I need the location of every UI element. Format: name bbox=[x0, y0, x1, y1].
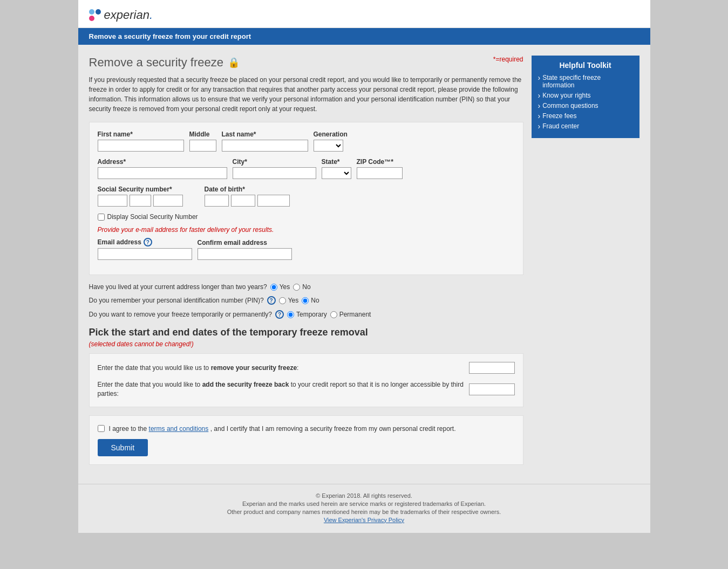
ssn-input-2[interactable] bbox=[130, 195, 151, 207]
agreement-box: I agree to the terms and conditions , an… bbox=[89, 415, 523, 465]
dob-year-input[interactable] bbox=[257, 195, 290, 207]
q2-no-group: No bbox=[302, 297, 319, 304]
q3-temp-group: Temporary bbox=[287, 311, 327, 318]
confirm-email-group: Confirm email address bbox=[198, 239, 292, 260]
generation-select[interactable]: Jr Sr II III bbox=[314, 140, 343, 152]
ssn-label: Social Security number* bbox=[98, 186, 183, 193]
questions-section: Have you lived at your current address l… bbox=[89, 283, 523, 319]
middle-name-group: Middle bbox=[189, 131, 216, 152]
q1-yes-radio[interactable] bbox=[270, 284, 277, 291]
last-name-group: Last name* bbox=[222, 131, 308, 152]
remove-freeze-date-input[interactable] bbox=[469, 362, 515, 374]
state-label: State* bbox=[322, 158, 351, 166]
q1-yes-group: Yes bbox=[270, 283, 290, 291]
email-help-icon[interactable]: ? bbox=[144, 238, 152, 246]
privacy-link[interactable]: View Experian's Privacy Policy bbox=[324, 517, 404, 523]
confirm-email-input[interactable] bbox=[198, 248, 292, 260]
email-input[interactable] bbox=[98, 248, 192, 260]
remove-freeze-text: Enter the date that you would like us to… bbox=[98, 364, 469, 373]
agreement-row: I agree to the terms and conditions , an… bbox=[98, 424, 515, 434]
first-name-group: First name* bbox=[98, 131, 184, 152]
dot-2 bbox=[96, 9, 101, 15]
middle-name-input[interactable] bbox=[189, 140, 216, 152]
toolkit-link-item[interactable]: Fraud center bbox=[538, 122, 633, 130]
logo-text: experian. bbox=[104, 8, 153, 22]
lock-icon: 🔒 bbox=[228, 57, 240, 68]
toolkit-link-item[interactable]: Know your rights bbox=[538, 92, 633, 99]
toolkit-title: Helpful Toolkit bbox=[538, 61, 633, 70]
ssn-group: Social Security number* bbox=[98, 186, 183, 207]
q2-yes-radio[interactable] bbox=[279, 297, 286, 304]
city-input[interactable] bbox=[233, 167, 316, 179]
q3-perm-label: Permanent bbox=[339, 311, 371, 318]
email-label: Email address bbox=[98, 238, 141, 246]
add-back-text: Enter the date that you would like to ad… bbox=[98, 380, 469, 399]
email-hint: Provide your e-mail address for faster d… bbox=[98, 226, 515, 234]
header: experian. bbox=[78, 0, 650, 28]
page-title-area: Remove a security freeze 🔒 *=required bbox=[89, 56, 523, 70]
question-3-text: Do you want to remove your freeze tempor… bbox=[89, 311, 273, 318]
date-section-subtitle: (selected dates cannot be changed!) bbox=[89, 340, 523, 348]
footer-line2: Experian and the marks used herein are s… bbox=[86, 501, 642, 507]
footer-line1: © Experian 2018. All rights reserved. bbox=[86, 492, 642, 499]
last-name-label: Last name* bbox=[222, 131, 308, 138]
address-label: Address* bbox=[98, 158, 227, 166]
toolkit-link-item[interactable]: Freeze fees bbox=[538, 112, 633, 120]
agreement-text: I agree to the terms and conditions , an… bbox=[109, 424, 456, 434]
address-input[interactable] bbox=[98, 167, 227, 179]
q1-no-radio[interactable] bbox=[293, 284, 300, 291]
dob-label: Date of birth* bbox=[205, 186, 290, 193]
q3-perm-radio[interactable] bbox=[330, 311, 337, 318]
ssn-inputs bbox=[98, 195, 183, 207]
footer-line3: Other product and company names mentione… bbox=[86, 509, 642, 515]
page-banner: Remove a security freeze from your credi… bbox=[78, 28, 650, 45]
dob-month-input[interactable] bbox=[205, 195, 229, 207]
q2-no-radio[interactable] bbox=[302, 297, 309, 304]
middle-name-label: Middle bbox=[189, 131, 216, 138]
first-name-label: First name* bbox=[98, 131, 184, 138]
q2-yes-group: Yes bbox=[279, 297, 299, 304]
required-note: *=required bbox=[493, 56, 523, 63]
q1-no-group: No bbox=[293, 283, 310, 291]
q2-yes-label: Yes bbox=[288, 297, 299, 304]
state-select[interactable]: ALAKAZCA COFLGANY TX bbox=[322, 167, 351, 179]
zip-label: ZIP Code™* bbox=[357, 158, 403, 166]
toolkit-link-item[interactable]: State specific freeze information bbox=[538, 74, 633, 89]
submit-button[interactable]: Submit bbox=[98, 439, 148, 456]
dot-4 bbox=[96, 16, 101, 21]
question-1-row: Have you lived at your current address l… bbox=[89, 283, 523, 291]
personal-info-box: First name* Middle Last name* Generation bbox=[89, 122, 523, 275]
city-label: City* bbox=[233, 158, 316, 166]
add-back-date-input[interactable] bbox=[469, 383, 515, 395]
zip-input[interactable] bbox=[357, 167, 403, 179]
terms-link[interactable]: terms and conditions bbox=[149, 425, 209, 433]
q3-perm-group: Permanent bbox=[330, 311, 371, 318]
email-row: Email address ? Confirm email address bbox=[98, 238, 515, 260]
dob-day-input[interactable] bbox=[231, 195, 255, 207]
generation-group: Generation Jr Sr II III bbox=[314, 131, 348, 152]
last-name-input[interactable] bbox=[222, 140, 308, 152]
dot-1 bbox=[89, 9, 94, 15]
ssn-input-3[interactable] bbox=[153, 195, 183, 207]
dot-3 bbox=[89, 16, 94, 21]
address-row: Address* City* State* ALAKAZCA COFLGANY bbox=[98, 158, 515, 179]
form-section: Remove a security freeze 🔒 *=required If… bbox=[89, 56, 523, 473]
first-name-input[interactable] bbox=[98, 140, 184, 152]
name-row: First name* Middle Last name* Generation bbox=[98, 131, 515, 152]
q1-no-label: No bbox=[302, 283, 310, 291]
footer: © Experian 2018. All rights reserved. Ex… bbox=[78, 484, 650, 533]
ssn-input-1[interactable] bbox=[98, 195, 127, 207]
display-ssn-row: Display Social Security Number bbox=[98, 213, 515, 221]
toolkit-box: Helpful Toolkit State specific freeze in… bbox=[532, 56, 639, 138]
toolkit-link-item[interactable]: Common questions bbox=[538, 102, 633, 109]
q3-temp-radio[interactable] bbox=[287, 311, 294, 318]
agreement-checkbox[interactable] bbox=[98, 425, 105, 432]
q3-temp-label: Temporary bbox=[296, 311, 327, 318]
page-description: If you previously requested that a secur… bbox=[89, 75, 523, 114]
sidebar: Helpful Toolkit State specific freeze in… bbox=[532, 56, 639, 473]
dob-group: Date of birth* bbox=[205, 186, 290, 207]
display-ssn-checkbox[interactable] bbox=[98, 214, 105, 221]
city-group: City* bbox=[233, 158, 316, 179]
pin-help-icon[interactable]: ? bbox=[267, 296, 276, 305]
freeze-type-help-icon[interactable]: ? bbox=[275, 310, 284, 319]
